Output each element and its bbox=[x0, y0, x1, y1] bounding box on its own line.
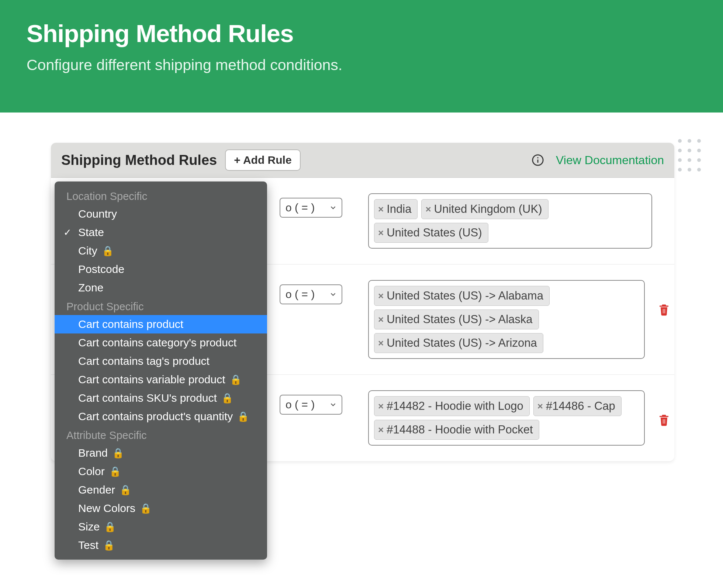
remove-tag-icon[interactable]: × bbox=[378, 401, 384, 411]
tag-chip: ×United States (US) bbox=[374, 223, 488, 243]
lock-icon: 🔒 bbox=[112, 447, 124, 459]
chevron-down-icon bbox=[329, 401, 337, 409]
trash-icon bbox=[657, 302, 671, 317]
tag-chip: ×India bbox=[374, 199, 418, 219]
dropdown-group-label: Product Specific bbox=[55, 297, 267, 315]
tag-label: United States (US) -> Alaska bbox=[387, 313, 532, 326]
operator-select[interactable]: o ( = ) bbox=[280, 284, 342, 304]
dropdown-item[interactable]: City🔒 bbox=[55, 242, 267, 260]
tag-chip: ×#14488 - Hoodie with Pocket bbox=[374, 420, 539, 440]
trash-icon bbox=[657, 412, 671, 427]
tag-label: #14482 - Hoodie with Logo bbox=[387, 400, 523, 413]
lock-icon: 🔒 bbox=[104, 521, 116, 533]
dropdown-item-label: City bbox=[78, 245, 97, 257]
tag-chip: ×United States (US) -> Alaska bbox=[374, 309, 539, 329]
dropdown-item[interactable]: Gender🔒 bbox=[55, 481, 267, 499]
dropdown-item[interactable]: Cart contains product bbox=[55, 315, 267, 333]
dropdown-item-label: Cart contains product bbox=[78, 318, 183, 331]
dropdown-item[interactable]: Postcode bbox=[55, 260, 267, 279]
dropdown-item-label: Cart contains SKU's product bbox=[78, 392, 217, 404]
remove-tag-icon[interactable]: × bbox=[378, 204, 384, 214]
remove-tag-icon[interactable]: × bbox=[378, 338, 384, 348]
dropdown-item-label: Cart contains variable product bbox=[78, 373, 225, 386]
content-wrap: Shipping Method Rules + Add Rule View Do… bbox=[0, 113, 723, 461]
delete-rule-button[interactable] bbox=[657, 302, 671, 318]
hero-banner: Shipping Method Rules Configure differen… bbox=[0, 0, 723, 113]
tag-label: United States (US) -> Arizona bbox=[387, 336, 537, 350]
decorative-dots bbox=[678, 139, 701, 172]
operator-select[interactable]: o ( = ) bbox=[280, 198, 342, 218]
lock-icon: 🔒 bbox=[109, 466, 121, 477]
lock-icon: 🔒 bbox=[102, 245, 114, 257]
dropdown-item[interactable]: Brand🔒 bbox=[55, 444, 267, 462]
dropdown-item-label: Cart contains product's quantity bbox=[78, 410, 233, 423]
operator-value: o ( = ) bbox=[286, 288, 315, 301]
dropdown-item-label: Gender bbox=[78, 484, 115, 496]
dropdown-item-label: Zone bbox=[78, 281, 103, 294]
dropdown-item[interactable]: Country bbox=[55, 205, 267, 223]
dropdown-item-label: Country bbox=[78, 208, 117, 220]
hero-subtitle: Configure different shipping method cond… bbox=[27, 56, 696, 74]
tag-label: United States (US) bbox=[387, 226, 482, 239]
tag-chip: ×United States (US) -> Alabama bbox=[374, 286, 550, 306]
dropdown-item-label: Brand bbox=[78, 447, 108, 459]
dropdown-item[interactable]: ✓State bbox=[55, 223, 267, 242]
tag-label: United Kingdom (UK) bbox=[434, 203, 542, 216]
dropdown-item-label: Cart contains category's product bbox=[78, 336, 236, 349]
remove-tag-icon[interactable]: × bbox=[537, 401, 543, 411]
lock-icon: 🔒 bbox=[237, 411, 249, 422]
remove-tag-icon[interactable]: × bbox=[378, 315, 384, 324]
dropdown-item-label: Color bbox=[78, 465, 105, 478]
add-rule-button[interactable]: + Add Rule bbox=[225, 149, 300, 171]
tag-chip: ×#14482 - Hoodie with Logo bbox=[374, 396, 530, 416]
dropdown-item[interactable]: Cart contains tag's product bbox=[55, 352, 267, 370]
dropdown-item[interactable]: Zone bbox=[55, 279, 267, 297]
info-icon bbox=[532, 154, 544, 166]
remove-tag-icon[interactable]: × bbox=[378, 425, 384, 435]
rules-panel: Shipping Method Rules + Add Rule View Do… bbox=[51, 143, 674, 461]
dropdown-item-label: New Colors bbox=[78, 502, 135, 515]
tags-input[interactable]: ×United States (US) -> Alabama×United St… bbox=[368, 280, 645, 359]
rules-body: o ( = )×India×United Kingdom (UK)×United… bbox=[51, 178, 674, 461]
lock-icon: 🔒 bbox=[140, 503, 152, 514]
tag-label: #14488 - Hoodie with Pocket bbox=[387, 423, 533, 436]
dropdown-item[interactable]: New Colors🔒 bbox=[55, 499, 267, 518]
tag-chip: ×#14486 - Cap bbox=[533, 396, 622, 416]
remove-tag-icon[interactable]: × bbox=[425, 204, 431, 214]
dropdown-group-label: Location Specific bbox=[55, 187, 267, 205]
dropdown-item-label: Postcode bbox=[78, 263, 124, 276]
tag-chip: ×United States (US) -> Arizona bbox=[374, 333, 543, 353]
dropdown-item[interactable]: Color🔒 bbox=[55, 462, 267, 481]
svg-point-2 bbox=[537, 157, 538, 158]
dropdown-item[interactable]: Cart contains SKU's product🔒 bbox=[55, 389, 267, 407]
view-documentation-link[interactable]: View Documentation bbox=[556, 153, 664, 167]
tag-label: United States (US) -> Alabama bbox=[387, 289, 543, 302]
lock-icon: 🔒 bbox=[221, 392, 233, 404]
hero-title: Shipping Method Rules bbox=[27, 19, 696, 48]
operator-value: o ( = ) bbox=[286, 201, 315, 214]
dropdown-item-label: Test bbox=[78, 539, 98, 551]
condition-dropdown[interactable]: Location SpecificCountry✓StateCity🔒Postc… bbox=[55, 181, 267, 560]
tag-label: India bbox=[387, 203, 411, 216]
check-icon: ✓ bbox=[63, 227, 72, 238]
dropdown-item[interactable]: Test🔒 bbox=[55, 536, 267, 554]
dropdown-item[interactable]: Cart contains variable product🔒 bbox=[55, 370, 267, 389]
chevron-down-icon bbox=[329, 204, 337, 212]
tags-input[interactable]: ×India×United Kingdom (UK)×United States… bbox=[368, 193, 652, 249]
tag-label: #14486 - Cap bbox=[546, 400, 615, 413]
remove-tag-icon[interactable]: × bbox=[378, 228, 384, 238]
tags-input[interactable]: ×#14482 - Hoodie with Logo×#14486 - Cap×… bbox=[368, 390, 645, 446]
dropdown-item[interactable]: Size🔒 bbox=[55, 518, 267, 536]
dropdown-item[interactable]: Cart contains category's product bbox=[55, 333, 267, 352]
chevron-down-icon bbox=[329, 290, 337, 298]
panel-title: Shipping Method Rules bbox=[61, 152, 217, 168]
operator-select[interactable]: o ( = ) bbox=[280, 395, 342, 415]
lock-icon: 🔒 bbox=[103, 540, 115, 551]
remove-tag-icon[interactable]: × bbox=[378, 291, 384, 301]
delete-rule-button[interactable] bbox=[657, 412, 671, 429]
dropdown-item-label: Size bbox=[78, 520, 100, 533]
lock-icon: 🔒 bbox=[120, 484, 131, 496]
dropdown-item-label: State bbox=[78, 226, 104, 239]
dropdown-item[interactable]: Cart contains product's quantity🔒 bbox=[55, 407, 267, 426]
tag-chip: ×United Kingdom (UK) bbox=[421, 199, 548, 219]
